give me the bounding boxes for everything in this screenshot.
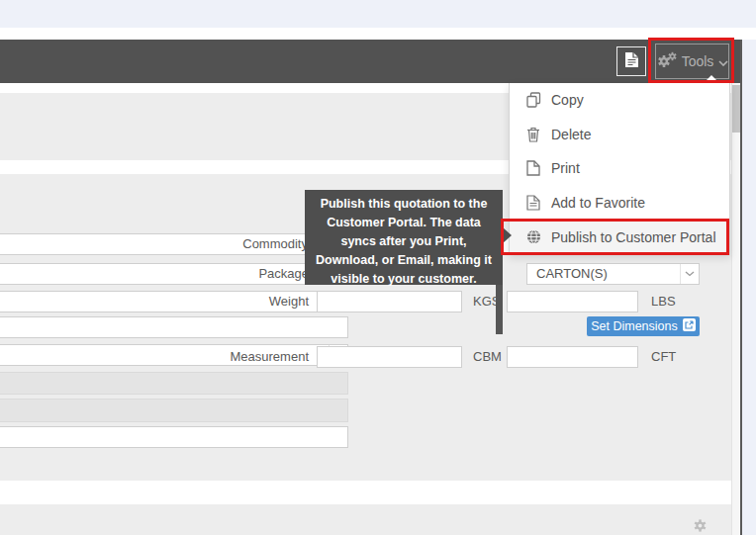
document-icon <box>624 51 639 72</box>
toolbar: Tools <box>0 40 740 83</box>
dark-divider <box>496 280 503 334</box>
measurement-unit-cft: CFT <box>651 346 676 368</box>
measurement-cft-input[interactable] <box>507 346 638 368</box>
window-edge-line <box>740 40 742 535</box>
left-input-2[interactable] <box>0 426 348 448</box>
weight-label: Weight <box>148 291 309 312</box>
scrollbar-thumb[interactable] <box>732 85 740 133</box>
menu-item-label: Copy <box>551 92 584 108</box>
weight-kgs-input[interactable] <box>317 291 462 312</box>
commodity-label: Commodity <box>148 233 308 255</box>
left-disabled-field-1 <box>0 372 348 395</box>
menu-item-label: Delete <box>551 127 591 142</box>
document-button[interactable] <box>616 46 646 76</box>
left-input-1[interactable] <box>0 316 348 338</box>
measurement-unit-cbm: CBM <box>473 346 502 368</box>
section-footer <box>0 504 731 535</box>
trash-icon <box>525 127 541 142</box>
publish-tooltip-text: Publish this quotation to the Customer P… <box>316 197 492 286</box>
settings-gear-icon[interactable] <box>693 518 708 535</box>
annotation-box-tools <box>648 38 734 83</box>
weight-lbs-input[interactable] <box>507 291 638 312</box>
menu-item-label: Print <box>551 160 580 176</box>
window-top-band <box>0 0 756 28</box>
package-label: Package <box>148 263 309 285</box>
file-icon <box>525 160 541 176</box>
package-type-select[interactable]: CARTON(S) <box>526 263 700 285</box>
chevron-down-icon <box>680 264 699 284</box>
annotation-box-publish <box>501 219 729 255</box>
measurement-label: Measurement <box>148 346 309 368</box>
copy-icon <box>525 92 541 108</box>
measurement-cbm-input[interactable] <box>317 346 462 368</box>
weight-unit-lbs: LBS <box>651 291 676 312</box>
menu-item-add-to-favorite[interactable]: Add to Favorite <box>510 186 729 221</box>
menu-item-label: Add to Favorite <box>551 195 645 211</box>
file-text-icon <box>525 195 541 211</box>
set-dimensions-label: Set Dimensions <box>591 319 678 333</box>
external-link-icon <box>683 318 696 334</box>
scrollbar-track[interactable] <box>731 83 740 535</box>
menu-item-delete[interactable]: Delete <box>510 118 729 152</box>
package-type-value: CARTON(S) <box>527 266 608 281</box>
menu-item-copy[interactable]: Copy <box>510 83 729 118</box>
left-disabled-field-2 <box>0 399 348 422</box>
window-right-strip <box>742 40 756 535</box>
set-dimensions-button[interactable]: Set Dimensions <box>587 316 700 336</box>
publish-tooltip: Publish this quotation to the Customer P… <box>305 190 503 285</box>
menu-item-print[interactable]: Print <box>510 151 729 186</box>
